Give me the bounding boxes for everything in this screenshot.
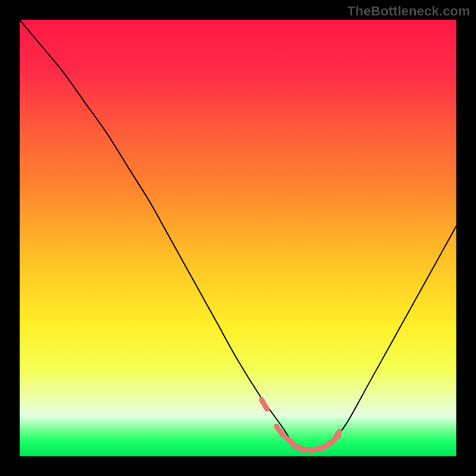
gradient-background	[19, 19, 457, 457]
chart-frame: TheBottleneck.com	[0, 0, 476, 476]
bottleneck-chart	[0, 0, 476, 476]
